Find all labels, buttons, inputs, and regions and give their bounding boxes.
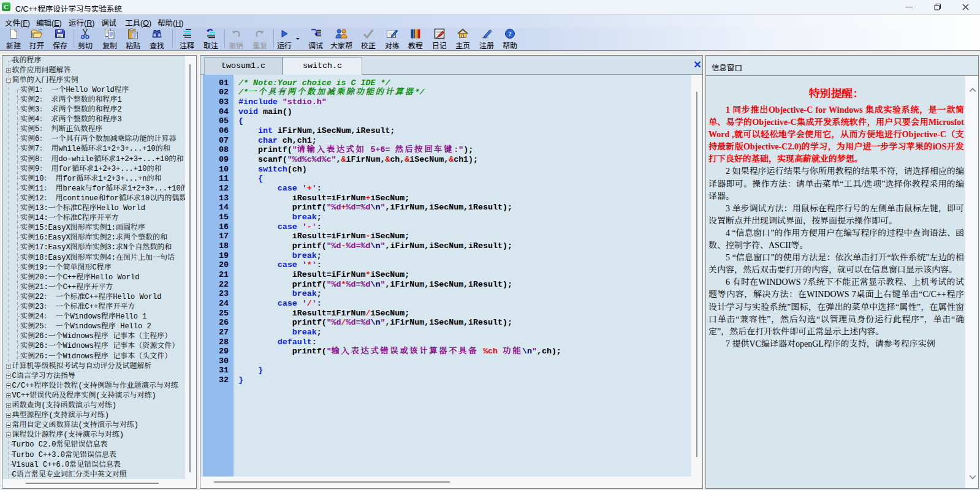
svg-text:?: ? bbox=[508, 30, 512, 37]
